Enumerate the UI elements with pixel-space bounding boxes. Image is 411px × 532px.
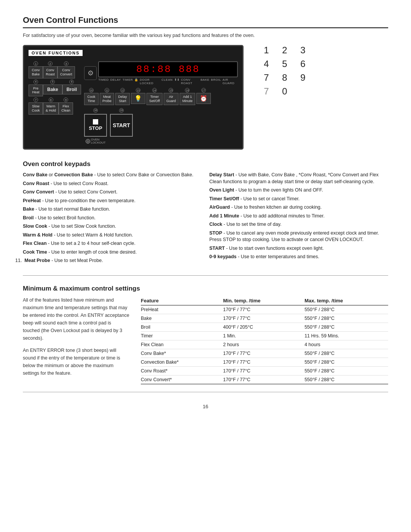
keypads-list-right: Delay Start - Use with Bake, Conv Bake ,… (209, 172, 388, 266)
keypads-list-left: Conv Bake or Convection Bake - Use to se… (23, 172, 202, 266)
timer-indicator: TIMER (123, 78, 133, 85)
list-item: Conv Roast - Use to select Conv Roast. (23, 181, 202, 187)
delay-start-button[interactable]: DelayStart (115, 93, 130, 105)
num-8[interactable]: 8 (277, 72, 292, 83)
list-item: Add 1 Minute - Use to add additonal minu… (209, 213, 388, 220)
bottom-divider (23, 392, 388, 392)
conv-bake-button[interactable]: ConvBake (29, 66, 43, 78)
keypads-section-title: Oven control keypads (23, 160, 388, 168)
oven-panel: OVEN FUNCTIONS 1 ConvBake 2 ConvRoast 3 (23, 45, 244, 150)
left-button-block: 1 ConvBake 2 ConvRoast 3 ConvConvert (29, 61, 81, 115)
table-row: Timer1 Min.11 Hrs. 59 Mins. (141, 331, 388, 340)
page-title: Oven Control Functions (23, 15, 388, 28)
minmax-text: All of the features listed have minimum … (23, 296, 129, 384)
list-item: PreHeat - Use to pre-condition the oven … (23, 198, 202, 204)
num-4[interactable]: 4 (259, 59, 274, 69)
stop-button[interactable]: STOP (84, 114, 107, 137)
list-item: Bake - Use to start normal Bake function… (23, 206, 202, 213)
fan-icon: ⚙ (84, 66, 97, 80)
cook-time-button[interactable]: CookTime (84, 93, 99, 105)
oven-diagram: OVEN FUNCTIONS 1 ConvBake 2 ConvRoast 3 (23, 45, 388, 150)
timed-indicator: TIMED (98, 78, 108, 85)
stop-label: STOP (89, 125, 102, 131)
num-empty (295, 86, 311, 97)
list-item: Flex Clean - Use to set a 2 to 4 hour se… (23, 240, 202, 247)
list-item: START - Use to start oven functions exce… (209, 245, 388, 252)
num-5[interactable]: 5 (277, 59, 292, 69)
table-row: Conv Convert*170°F / 77°C550°F / 288°C (141, 375, 388, 384)
num-6[interactable]: 6 (295, 59, 311, 69)
broil-button[interactable]: Broil (62, 85, 81, 94)
oven-functions-label: OVEN FUNCTIONS (29, 50, 83, 56)
light-button[interactable]: 💡 (131, 93, 145, 104)
lockout-circle: 3 (86, 139, 90, 144)
air-guard-indicator: AIR GUARD (223, 78, 238, 85)
list-item: Slow Cook - Use to set Slow Cook functio… (23, 223, 202, 230)
oven-lockout-label: OVENLOCKOUT (91, 138, 106, 145)
table-row: Conv Roast*170°F / 77°C550°F / 288°C (141, 366, 388, 375)
flex-clean-button[interactable]: FlexClean (59, 102, 73, 115)
list-item: Warm & Hold - Use to select Warm & Hold … (23, 232, 202, 239)
list-item: Broil - Use to select Broil function. (23, 215, 202, 222)
display-section: ⚙ 88:88 888 TIMED DELAY TIMER 🔒 DOOR LOC… (84, 61, 238, 145)
num-7[interactable]: 7 (259, 72, 274, 83)
list-item: Delay Start - Use with Bake, Conv Bake ,… (209, 172, 388, 185)
bake-button[interactable]: Bake (43, 85, 62, 94)
table-row: Broil400°F / 205°C550°F / 288°C (141, 323, 388, 331)
timer-setoff-button[interactable]: TimerSet/Off (147, 93, 162, 105)
table-row: Bake170°F / 77°C550°F / 288°C (141, 314, 388, 323)
table-row: Flex Clean2 hours4 hours (141, 340, 388, 349)
stop-icon (93, 119, 98, 125)
table-row: Conv Bake*170°F / 77°C550°F / 288°C (141, 349, 388, 358)
numpad-grid: 1 2 3 4 5 6 7 8 9 7 0 (259, 45, 311, 97)
minmax-para2: An ENTRY ERROR tone (3 short beeps) will… (23, 347, 129, 377)
slow-cook-button[interactable]: SlowCook (29, 102, 43, 115)
conv-roast-button[interactable]: ConvRoast (43, 66, 57, 78)
num-1[interactable]: 1 (259, 45, 274, 56)
digital-display: 88:88 888 (98, 61, 238, 77)
col-min: Min. temp. /time (223, 296, 304, 305)
col-max: Max. temp. /time (304, 296, 388, 305)
delay-indicator: DELAY (110, 78, 121, 85)
list-item: 11. Meat Probe - Use to set Meat Probe. (15, 257, 202, 264)
minmax-para1: All of the features listed have minimum … (23, 296, 129, 342)
add-minute-button[interactable]: Add 1Minute (180, 93, 195, 105)
preheat-button[interactable]: PreHeat (29, 85, 43, 97)
list-item: Conv Convert - Use to select Conv Conver… (23, 189, 202, 196)
minmax-section: All of the features listed have minimum … (23, 296, 388, 384)
clock-button[interactable]: ⏰ (196, 93, 211, 104)
num-7b[interactable]: 7 (259, 86, 274, 97)
list-item: Conv Bake or Convection Bake - Use to se… (23, 172, 202, 179)
settings-table: Feature Min. temp. /time Max. temp. /tim… (141, 296, 388, 384)
num-2[interactable]: 2 (277, 45, 292, 56)
table-row: PreHeat170°F / 77°C550°F / 288°C (141, 305, 388, 314)
warm-hold-button[interactable]: Warm& Hold (43, 102, 59, 115)
list-item: AirGuard - Use to freshen kitchen air du… (209, 204, 388, 211)
minmax-section-title: Minimum & maximum control settings (23, 285, 388, 292)
col-feature: Feature (141, 296, 223, 305)
section-divider (23, 275, 388, 276)
list-item: 0-9 keypads - Use to enter temperatures … (209, 254, 388, 260)
intro-text: For satisfactory use of your oven, becom… (23, 33, 388, 38)
settings-table-container: Feature Min. temp. /time Max. temp. /tim… (141, 296, 388, 384)
air-guard-button[interactable]: AirGuard (164, 93, 178, 105)
page-number: 16 (23, 404, 388, 409)
numpad-section: 1 2 3 4 5 6 7 8 9 7 0 (251, 45, 311, 97)
table-row: Convection Bake*170°F / 77°C550°F / 288°… (141, 358, 388, 366)
start-label: START (113, 122, 130, 128)
num-9[interactable]: 9 (295, 72, 311, 83)
bake-indicator: BAKE (201, 78, 209, 85)
meat-probe-button[interactable]: MeatProbe (100, 93, 114, 105)
list-item: Clock - Use to set the time of day. (209, 221, 388, 228)
num-0[interactable]: 0 (277, 86, 292, 97)
broil-indicator: BROIL (211, 78, 221, 85)
conv-roast-indicator: CONV ROAST (181, 78, 199, 85)
keypads-content: Conv Bake or Convection Bake - Use to se… (23, 172, 388, 266)
list-item: Cook Time - Use to enter length of cook … (23, 249, 202, 256)
start-button[interactable]: START (110, 114, 133, 137)
num-3[interactable]: 3 (295, 45, 311, 56)
list-item: Oven Light - Use to turn the oven lights… (209, 187, 388, 194)
list-item: STOP - Use to cancel any oven mode previ… (209, 230, 388, 243)
door-locked-indicator: DOOR LOCKED (140, 78, 160, 85)
conv-convert-button[interactable]: ConvConvert (57, 66, 75, 78)
